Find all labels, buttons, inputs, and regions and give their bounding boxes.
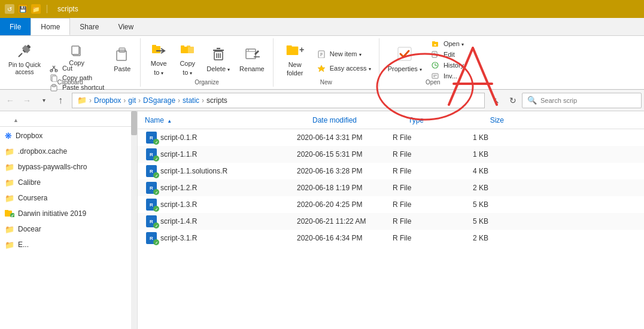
cut-button[interactable]: Cut [47,63,107,73]
table-row[interactable]: R ✓ script-1.3.R 2020-06-20 4:25 PM R Fi… [138,196,644,213]
table-row[interactable]: R ✓ script-1.1.solutions.R 2020-06-16 3:… [138,163,644,179]
sidebar: ▲ ❋ Dropbox 📁 .dropbox.cache 📁 bypass-pa… [0,111,138,329]
sidebar-sort-header: ▲ [0,114,137,127]
r-file-icon: R ✓ [145,181,158,194]
sidebar-item-dropbox-cache[interactable]: 📁 .dropbox.cache [0,144,137,159]
paste-button[interactable]: Paste [109,39,135,78]
table-row[interactable]: R ✓ script-1.4.R 2020-06-21 11:22 AM R F… [138,213,644,230]
r-badge-icon: ✓ [153,239,159,245]
file-type-cell: R File [393,184,441,192]
r-file-icon: R ✓ [145,231,158,245]
open-button[interactable]: Open ▾ [428,39,482,48]
svg-marker-41 [318,65,325,72]
undo-icon[interactable]: ↺ [5,4,14,14]
file-size-cell: 2 KB [441,184,488,192]
column-header-name[interactable]: Name ▲ [145,116,312,124]
file-name-cell: R ✓ script-1.1.R [145,148,297,161]
file-name-cell: R ✓ script-1.1.solutions.R [145,164,297,178]
table-row[interactable]: R ✓ script-0.1.R 2020-06-14 3:31 PM R Fi… [138,129,644,146]
table-row[interactable]: R ✓ script-3.1.R 2020-06-16 4:34 PM R Fi… [138,230,644,246]
file-name-cell: R ✓ script-3.1.R [145,231,297,245]
dropbox-icon: ❋ [5,131,12,141]
delete-button[interactable]: Delete ▾ [203,39,233,78]
sidebar-item-bypass-paywalls[interactable]: 📁 bypass-paywalls-chro [0,159,137,175]
search-icon: 🔍 [527,96,537,105]
open-icon [430,39,440,48]
save-icon[interactable]: 💾 [18,4,28,14]
column-header-type[interactable]: Type [408,116,456,124]
rename-icon [242,44,262,63]
r-badge-icon: ✓ [153,223,159,229]
sidebar-item-docear[interactable]: 📁 Docear [0,221,137,237]
file-rows-container: R ✓ script-0.1.R 2020-06-14 3:31 PM R Fi… [138,129,644,246]
sidebar-darwin-label: Darwin initiative 2019 [18,209,86,218]
sidebar-item-partial[interactable]: 📁 E... [0,237,137,252]
r-badge-icon: ✓ [153,139,159,145]
column-header-size[interactable]: Size [456,116,504,124]
breadcrumb-dsgarage[interactable]: DSgarage [143,96,175,105]
copy-to-icon [178,41,197,58]
breadcrumb-git[interactable]: git [128,96,136,105]
tab-file[interactable]: File [0,18,31,35]
file-size-cell: 4 KB [441,167,488,175]
forward-button[interactable]: → [19,93,35,108]
tab-home[interactable]: Home [31,18,70,35]
svg-rect-35 [286,45,291,48]
properties-button[interactable]: Properties ▾ [384,39,426,78]
new-item-button[interactable]: New item ▾ [314,48,374,60]
file-date-cell: 2020-06-14 3:31 PM [297,133,393,142]
sidebar-partial-label: E... [18,240,29,249]
file-type-cell: R File [393,217,441,226]
table-row[interactable]: R ✓ script-1.1.R 2020-06-15 5:31 PM R Fi… [138,146,644,163]
sidebar-dropbox-label: Dropbox [16,132,42,140]
scrollbar-track[interactable] [131,111,137,329]
svg-rect-20 [181,45,184,47]
history-button[interactable]: History [428,60,482,70]
svg-rect-44 [432,41,435,42]
tab-view[interactable]: View [108,18,143,35]
breadcrumb-static[interactable]: static [183,96,199,105]
file-list: Name ▲ Date modified Type Size R ✓ scrip… [138,111,644,329]
sidebar-item-coursera[interactable]: 📁 Coursera [0,190,137,206]
table-row[interactable]: R ✓ script-1.2.R 2020-06-18 1:19 PM R Fi… [138,179,644,196]
r-file-icon: R ✓ [145,164,158,178]
history-icon [430,60,440,70]
scissors-icon [49,63,59,73]
pin-to-quick-access-button[interactable]: Pin to Quickaccess [5,39,44,78]
sidebar-docear-label: Docear [18,225,41,233]
cursor-button[interactable]: ↖ [488,93,504,108]
folder-yellow-icon-2: 📁 [5,178,14,187]
edit-button[interactable]: Edit [428,50,482,59]
move-to-button[interactable]: Moveto ▾ [145,39,172,78]
sidebar-item-darwin[interactable]: ✓ Darwin initiative 2019 [0,206,137,221]
recent-locations-button[interactable]: ▾ [36,93,51,108]
folder-yellow-icon-3: 📁 [5,194,14,203]
main-content: ▲ ❋ Dropbox 📁 .dropbox.cache 📁 bypass-pa… [0,111,644,329]
clipboard-label: Clipboard [5,78,135,87]
r-badge-icon: ✓ [153,172,159,178]
refresh-button[interactable]: ↻ [505,93,521,108]
up-button[interactable]: ↑ [53,93,68,108]
scrollbar-thumb[interactable] [131,111,137,135]
search-input[interactable] [540,97,636,104]
copy-to-button[interactable]: Copyto ▾ [174,39,201,78]
rename-button[interactable]: Rename [236,39,268,78]
tab-share[interactable]: Share [70,18,108,35]
svg-rect-17 [152,45,156,47]
file-type-cell: R File [393,133,441,142]
new-folder-button[interactable]: + Newfolder [278,39,312,78]
folder-icon[interactable]: 📁 [31,4,41,14]
new-folder-icon: + [285,40,305,59]
file-name-cell: R ✓ script-1.4.R [145,215,297,228]
ribbon: Pin to Quickaccess Copy [0,36,644,90]
copy-button[interactable]: Copy [47,42,107,63]
svg-rect-53 [5,210,8,212]
breadcrumb-scripts: scripts [206,96,227,105]
back-button[interactable]: ← [2,93,18,108]
sidebar-item-calibre[interactable]: 📁 Calibre [0,175,137,190]
column-header-date[interactable]: Date modified [312,116,408,124]
breadcrumb-dropbox[interactable]: Dropbox [94,96,121,105]
r-badge-icon: ✓ [153,206,159,212]
easy-access-button[interactable]: Easy access ▾ [314,62,374,74]
sidebar-item-dropbox[interactable]: ❋ Dropbox [0,128,137,144]
